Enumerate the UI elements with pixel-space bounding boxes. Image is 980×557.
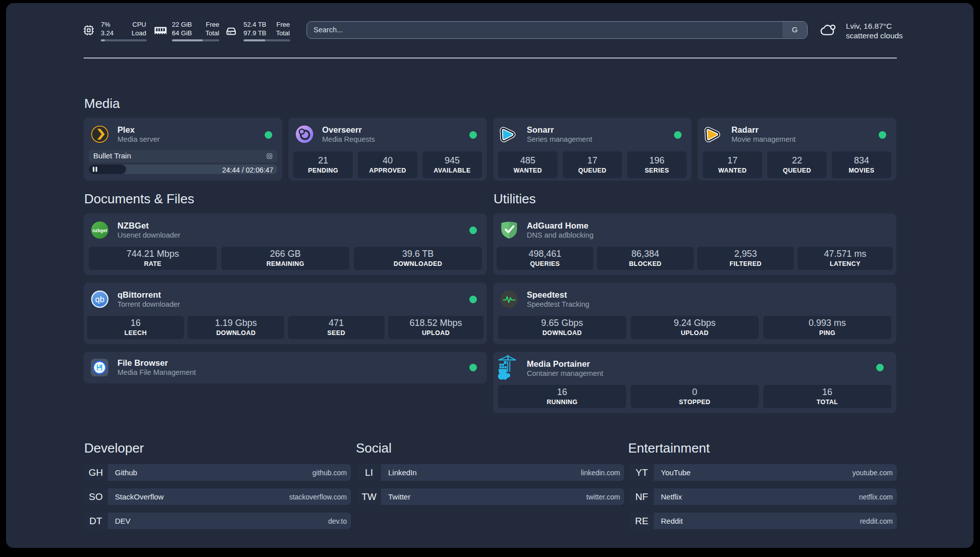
svg-text:nzbget: nzbget xyxy=(93,228,107,233)
svg-text:qb: qb xyxy=(95,295,104,304)
